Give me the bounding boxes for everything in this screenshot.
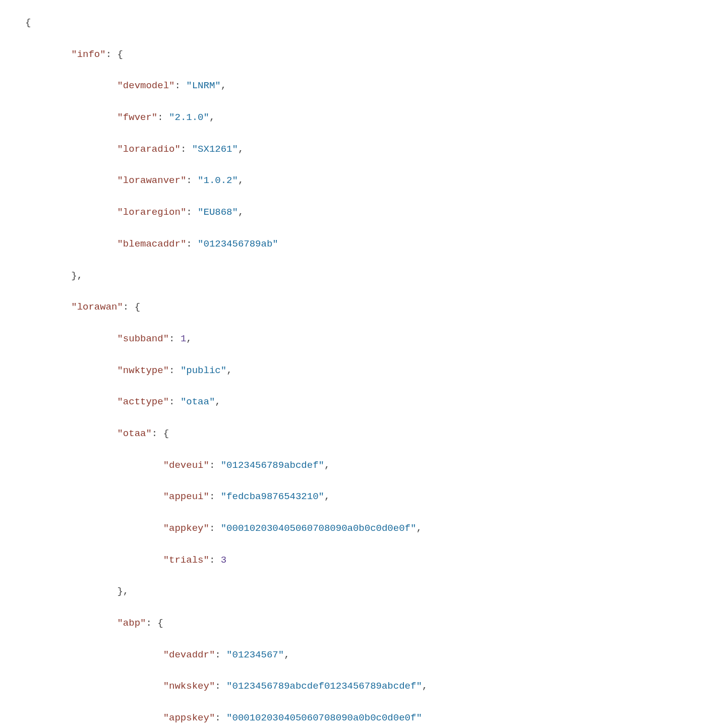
code-line: lorawanver: 1.0.2, — [25, 173, 686, 189]
json-string: 000102030405060708090a0b0c0d0e0f — [221, 523, 417, 534]
code-line: appskey: 000102030405060708090a0b0c0d0e0… — [25, 710, 686, 726]
json-string: 0123456789ab — [198, 238, 278, 250]
json-string: 0123456789abcdef — [221, 460, 324, 471]
code-line: devmodel: LNRM, — [25, 78, 686, 94]
code-line: subband: 1, — [25, 331, 686, 347]
code-line: abp: { — [25, 616, 686, 631]
json-string: 2.1.0 — [169, 112, 209, 123]
code-line: }, — [25, 584, 686, 599]
code-line: nwkskey: 0123456789abcdef0123456789abcde… — [25, 679, 686, 694]
json-key: appeui — [163, 491, 209, 502]
json-string: otaa — [181, 396, 215, 407]
json-key: info — [71, 49, 105, 60]
code-line: deveui: 0123456789abcdef, — [25, 458, 686, 473]
json-key: blemacaddr — [117, 238, 186, 250]
code-line: lorawan: { — [25, 299, 686, 315]
json-key: devmodel — [117, 80, 174, 91]
json-string: 1.0.2 — [198, 175, 238, 186]
code-line: otaa: { — [25, 426, 686, 442]
json-string: 0123456789abcdef0123456789abcdef — [226, 681, 422, 692]
code-line: appeui: fedcba9876543210, — [25, 489, 686, 505]
json-key: nwkskey — [163, 681, 215, 692]
json-string: EU868 — [198, 207, 238, 218]
json-string: 000102030405060708090a0b0c0d0e0f — [226, 712, 422, 723]
code-line: fwver: 2.1.0, — [25, 110, 686, 126]
json-number: 1 — [181, 333, 186, 344]
code-line: { — [25, 15, 686, 31]
json-key: deveui — [163, 460, 209, 471]
json-string: 01234567 — [226, 649, 284, 660]
json-key: acttype — [117, 396, 169, 407]
code-line: appkey: 000102030405060708090a0b0c0d0e0f… — [25, 521, 686, 536]
json-number: 3 — [221, 555, 226, 566]
json-key: appskey — [163, 712, 215, 723]
json-key: loraregion — [117, 207, 186, 218]
code-line: acttype: otaa, — [25, 394, 686, 410]
json-string: fedcba9876543210 — [221, 491, 324, 502]
json-key: lorawanver — [117, 175, 186, 186]
code-line: info: { — [25, 47, 686, 63]
json-key: subband — [117, 333, 169, 344]
json-key: nwktype — [117, 365, 169, 376]
json-key: trials — [163, 555, 209, 566]
code-line: devaddr: 01234567, — [25, 647, 686, 663]
code-line: loraradio: SX1261, — [25, 142, 686, 157]
json-key: devaddr — [163, 649, 215, 660]
json-key: fwver — [117, 112, 157, 123]
json-key: otaa — [117, 428, 151, 439]
code-line: blemacaddr: 0123456789ab — [25, 236, 686, 252]
code-line: nwktype: public, — [25, 363, 686, 379]
code-line: }, — [25, 268, 686, 284]
json-string: public — [181, 365, 226, 376]
code-line: trials: 3 — [25, 553, 686, 568]
json-key: appkey — [163, 523, 209, 534]
json-key: loraradio — [117, 144, 180, 155]
json-key: lorawan — [71, 301, 123, 313]
json-code-block: { info: { devmodel: LNRM, fwver: 2.1.0, … — [25, 15, 686, 728]
code-line: loraregion: EU868, — [25, 205, 686, 220]
json-string: LNRM — [186, 80, 220, 91]
json-string: SX1261 — [192, 144, 238, 155]
json-key: abp — [117, 618, 146, 629]
